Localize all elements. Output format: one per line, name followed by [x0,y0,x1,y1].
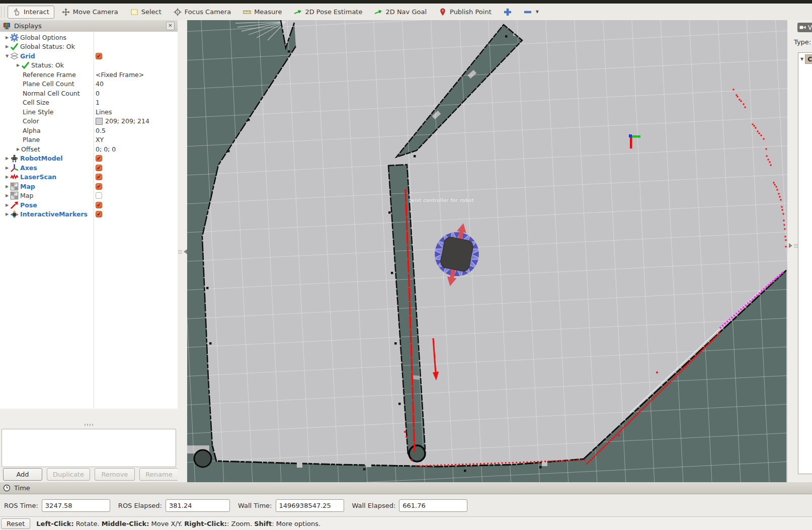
checkbox-checked[interactable]: ✔ [96,202,102,208]
2d-nav-goal-button[interactable]: 2D Nav Goal [370,6,431,18]
collapse-left-icon[interactable] [184,249,187,254]
map-scene[interactable]: twist controller for robot [187,20,787,482]
property-value[interactable]: Lines [96,108,112,116]
property-value[interactable]: 40 [96,80,104,88]
chevron-right-icon[interactable]: ▶ [4,175,10,179]
laser-scan-dot [755,127,757,129]
splitter-grip[interactable] [85,424,96,426]
tree-row-global-options[interactable]: ▶Global Options [0,33,178,42]
ros-time-input[interactable] [42,499,110,512]
checkbox-checked[interactable]: ✔ [96,165,102,171]
pin-icon [439,8,447,16]
minus-button[interactable]: ▼ [519,6,543,18]
laser-scan-dot [783,213,784,215]
chevron-down-icon[interactable]: ▼ [4,54,10,58]
path-dot [736,313,738,315]
tree-row-map[interactable]: ▶Map [0,191,178,201]
tree-row-laserscan[interactable]: ▶LaserScan✔ [0,173,178,182]
toolbar-button-label: Select [141,8,161,16]
checkbox-checked[interactable]: ✔ [96,183,102,190]
2d-pose-estimate-button[interactable]: 2D Pose Estimate [289,6,367,18]
current-view-row[interactable]: ▼ Current View [798,53,812,64]
left-splitter[interactable] [178,20,187,482]
panel-splitter[interactable] [0,409,178,428]
tree-row-grid[interactable]: ▼Grid✔ [0,51,178,61]
property-value[interactable]: 0; 0; 0 [96,145,116,153]
property-value[interactable]: <Fixed Frame> [96,71,144,79]
splitter-grip[interactable] [794,244,798,248]
chevron-right-icon[interactable]: ▶ [4,35,10,40]
toolbar-grip[interactable] [1,7,5,18]
chevron-right-icon[interactable]: ▶ [4,184,10,189]
tree-row-axes[interactable]: ▶Axes✔ [0,163,178,173]
reset-button[interactable]: Reset [1,518,30,529]
laser-scan-dot [505,462,506,464]
checkbox-checked[interactable]: ✔ [96,174,102,180]
chevron-right-icon[interactable]: ▶ [4,156,10,161]
tree-row-color[interactable]: Color209; 209; 214 [0,117,178,126]
property-value[interactable]: XY [96,136,104,143]
chevron-right-icon[interactable]: ▶ [4,212,10,216]
tree-row-plane-cell-count[interactable]: Plane Cell Count40 [0,80,178,89]
laser-scan-dot [675,375,677,377]
splitter-grip[interactable] [178,250,182,254]
laser-scan-dot [777,189,778,191]
property-value[interactable]: 0.5 [96,127,106,134]
wall-elapsed-input[interactable] [399,499,467,512]
chevron-right-icon[interactable]: ▶ [4,193,10,198]
tree-row-normal-cell-count[interactable]: Normal Cell Count0 [0,89,178,98]
property-value[interactable]: 0 [96,90,100,97]
chevron-right-icon[interactable]: ▶ [4,44,10,49]
chevron-down-icon[interactable]: ▼ [800,57,803,61]
laser-scan-dot [785,236,786,238]
tree-row-plane[interactable]: PlaneXY [0,135,178,145]
focus-camera-button[interactable]: Focus Camera [169,6,235,18]
laser-scan-dot [619,430,621,432]
laser-scan-dot [698,352,700,354]
tree-row-reference-frame[interactable]: Reference Frame<Fixed Frame> [0,70,178,80]
publish-point-button[interactable]: Publish Point [434,6,496,18]
tree-row-offset[interactable]: ▶Offset0; 0; 0 [0,144,178,154]
collapse-right-icon[interactable] [789,243,792,248]
laser-scan-dot [566,460,567,462]
chevron-right-icon[interactable]: ▶ [15,147,21,152]
color-swatch[interactable] [96,118,103,125]
measure-button[interactable]: Measure [238,6,286,18]
robot-body[interactable] [440,236,474,272]
plus-button[interactable] [499,6,516,18]
checkbox-checked[interactable]: ✔ [96,155,102,162]
checkbox-unchecked[interactable] [96,192,102,199]
tree-row-interactivemarkers[interactable]: ▶InteractiveMarkers✔ [0,210,178,219]
checkbox-checked[interactable]: ✔ [96,211,102,217]
chevron-right-icon[interactable]: ▶ [4,203,10,207]
wall-time-input[interactable] [276,499,344,512]
3d-viewport[interactable]: twist controller for robot [187,20,787,482]
move-icon [62,8,70,16]
tree-row-map[interactable]: ▶Map✔ [0,182,178,191]
tree-row-pose[interactable]: ▶Pose✔ [0,200,178,210]
rename-button[interactable]: Rename [139,468,179,481]
tree-row-status-ok[interactable]: ▶Status: Ok [0,61,178,70]
property-value[interactable]: 1 [96,99,100,106]
checkbox-checked[interactable]: ✔ [96,53,102,59]
remove-button[interactable]: Remove [95,468,135,481]
add-button[interactable]: Add [3,468,42,481]
select-button[interactable]: Select [126,6,166,18]
tree-row-robotmodel[interactable]: ▶RobotModel✔ [0,154,178,164]
tree-row-global-status-ok[interactable]: ▶Global Status: Ok [0,42,178,52]
tree-row-line-style[interactable]: Line StyleLines [0,107,178,117]
current-view-value[interactable]: Current View [805,54,812,64]
ros-elapsed-input[interactable] [166,499,230,512]
laser-scan-dot [706,345,708,347]
tree-row-cell-size[interactable]: Cell Size1 [0,98,178,108]
chevron-right-icon[interactable]: ▶ [15,63,21,67]
tree-row-alpha[interactable]: Alpha0.5 [0,126,178,135]
property-value[interactable]: 209; 209; 214 [105,117,149,125]
chevron-right-icon[interactable]: ▶ [4,166,10,170]
chevron-down-icon[interactable]: ▼ [536,10,539,14]
close-icon[interactable]: ✕ [166,22,175,30]
interact-button[interactable]: Interact [8,6,54,19]
move-camera-button[interactable]: Move Camera [57,6,123,18]
marker-label: twist controller for robot [409,198,474,203]
duplicate-button[interactable]: Duplicate [47,468,90,481]
